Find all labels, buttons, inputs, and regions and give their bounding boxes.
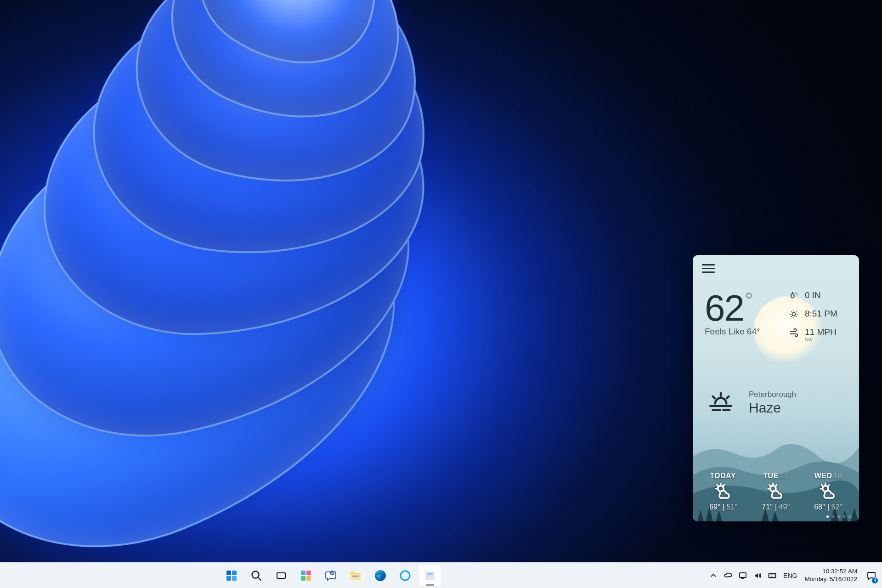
current-temp: 62	[705, 288, 744, 328]
input-keyboard-icon[interactable]	[766, 565, 779, 587]
forecast-day[interactable]: TUE17 71° | 49°	[751, 472, 801, 511]
partly-cloudy-icon	[803, 483, 854, 501]
forecast-hi: 71°	[762, 503, 773, 511]
forecast-day-num: 18	[834, 472, 842, 480]
precipitation-row: 0 IN	[788, 291, 848, 301]
svg-rect-15	[301, 576, 305, 581]
forecast-hi: 68°	[814, 503, 825, 511]
cortana-button[interactable]	[394, 565, 417, 587]
svg-point-21	[401, 571, 410, 580]
forecast-day-label: TODAY	[710, 472, 736, 480]
precip-value: 0 IN	[805, 291, 821, 300]
forecast-day[interactable]: WED18 68° | 52°	[803, 472, 854, 511]
haze-icon	[705, 388, 737, 418]
svg-rect-18	[351, 574, 361, 580]
svg-rect-14	[306, 571, 311, 575]
task-view-button[interactable]	[270, 565, 293, 587]
taskbar-pinned-apps	[220, 565, 441, 587]
wallpaper-art	[0, 0, 610, 562]
system-tray: ENG 10:32:52 AM Monday, 5/16/2022 4	[707, 563, 879, 588]
wind-direction: SW	[805, 337, 837, 342]
svg-rect-8	[226, 576, 231, 581]
wind-value: 11 MPH	[805, 328, 837, 336]
svg-rect-22	[425, 571, 435, 580]
svg-rect-23	[740, 573, 746, 577]
svg-rect-16	[306, 576, 311, 581]
forecast-day-label: TUE	[763, 472, 779, 480]
tray-chevron-up-icon[interactable]	[707, 565, 720, 587]
svg-rect-13	[301, 571, 305, 575]
taskbar-clock[interactable]: 10:32:52 AM Monday, 5/16/2022	[802, 568, 862, 583]
svg-rect-7	[232, 571, 237, 575]
svg-rect-9	[232, 576, 237, 581]
temp-unit: °	[745, 288, 752, 312]
file-explorer-button[interactable]	[344, 565, 367, 587]
forecast-day-label: WED	[814, 472, 832, 480]
sunset-icon	[788, 309, 799, 319]
wind-icon	[788, 328, 799, 338]
taskbar: ENG 10:32:52 AM Monday, 5/16/2022 4	[0, 562, 882, 588]
onedrive-icon[interactable]	[722, 565, 735, 587]
svg-rect-19	[352, 576, 359, 577]
widgets-button[interactable]	[294, 565, 317, 587]
chat-button[interactable]	[319, 565, 342, 587]
forecast-lo: 52°	[831, 503, 842, 511]
notification-count-badge: 4	[871, 577, 878, 584]
widget-page-dots[interactable]	[826, 515, 851, 518]
display-project-icon[interactable]	[736, 565, 749, 587]
forecast-day-num: 17	[780, 472, 789, 480]
svg-point-2	[792, 312, 795, 316]
widget-menu-button[interactable]	[702, 264, 715, 273]
edge-browser-button[interactable]	[369, 565, 392, 587]
weather-widget[interactable]: 62° Feels Like 64° 0 IN 8:51 PM	[693, 255, 859, 521]
partly-cloudy-icon	[751, 483, 801, 501]
clock-date: Monday, 5/16/2022	[804, 576, 857, 583]
language-indicator[interactable]: ENG	[780, 565, 800, 587]
notifications-button[interactable]: 4	[864, 565, 879, 587]
forecast-lo: 49°	[779, 503, 790, 511]
clock-time: 10:32:52 AM	[804, 568, 857, 576]
svg-rect-6	[226, 571, 231, 575]
forecast-hi: 69°	[709, 503, 720, 511]
running-app-button[interactable]	[418, 565, 441, 587]
svg-point-0	[795, 293, 796, 294]
desktop-wallpaper[interactable]: 62° Feels Like 64° 0 IN 8:51 PM	[0, 0, 882, 562]
svg-point-1	[797, 294, 797, 295]
svg-rect-12	[277, 573, 285, 578]
weather-location: Peterborough	[749, 390, 796, 399]
forecast-day[interactable]: TODAY 69° | 51°	[698, 472, 749, 511]
weather-main: 62° Feels Like 64°	[705, 287, 760, 337]
forecast-row: TODAY 69° | 51° TUE17 71° | 49° WED18 68…	[693, 472, 859, 511]
start-button[interactable]	[220, 565, 243, 587]
search-button[interactable]	[245, 565, 268, 587]
partly-cloudy-icon	[698, 483, 749, 501]
volume-icon[interactable]	[751, 565, 764, 587]
raindrop-icon	[788, 291, 799, 301]
sunset-value: 8:51 PM	[805, 309, 837, 318]
weather-condition: Haze	[749, 400, 796, 416]
forecast-lo: 51°	[727, 503, 738, 511]
wind-row: 11 MPH SW	[788, 328, 848, 342]
sunset-row: 8:51 PM	[788, 309, 848, 319]
